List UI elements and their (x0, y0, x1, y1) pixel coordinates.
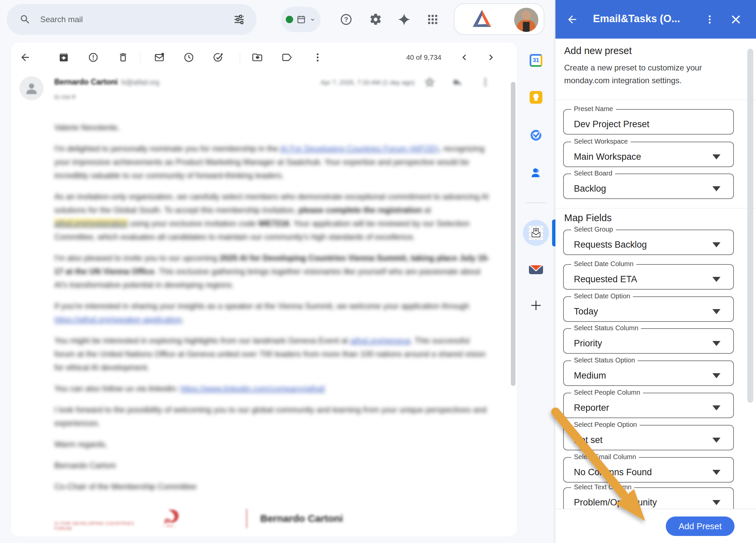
text-segment: please complete the registration (299, 205, 422, 214)
email-body: Valerie Nevolente,I'm delighted to perso… (54, 121, 490, 531)
field-label: Select Board (571, 169, 615, 177)
older-email-chevron[interactable] (483, 50, 498, 65)
delete-trash-icon[interactable] (116, 50, 130, 65)
mail-addon-icon[interactable] (529, 263, 543, 275)
dropdown-caret-icon (712, 373, 720, 378)
archive-icon[interactable] (56, 50, 71, 65)
highlighted-link[interactable]: aifod.org/registration (54, 219, 128, 228)
email-link[interactable]: https://aifod.org/speaker-application (54, 315, 182, 324)
addon-back-arrow-icon[interactable] (565, 13, 579, 26)
text-segment: using your exclusive invitation code (128, 219, 259, 228)
dropdown-caret-icon (712, 470, 720, 475)
email-view-card: 40 of 9,734 Bernardo Cartonihi@aifad.org… (11, 43, 517, 536)
email-paragraph: As an invitation-only organization, we c… (54, 190, 490, 244)
field-select-group[interactable]: Select GroupRequests Backlog (563, 230, 734, 255)
mark-unread-icon[interactable] (152, 50, 167, 65)
panel-footer: Add Preset (555, 509, 756, 543)
gemini-sparkle-icon[interactable] (394, 9, 414, 30)
google-keep-icon[interactable] (530, 91, 542, 104)
workspace-account-box[interactable] (454, 3, 544, 35)
recipient-line[interactable]: to me ▾ (54, 93, 75, 101)
profile-avatar[interactable] (514, 8, 538, 32)
email-paragraph: I'm also pleased to invite you to our up… (54, 251, 490, 292)
field-select-board[interactable]: Select BoardBacklog (563, 174, 734, 199)
message-more-icon[interactable] (478, 75, 493, 90)
field-label: Select Group (571, 226, 616, 233)
email-tasks-addon-icon[interactable] (529, 226, 543, 240)
email-date: Apr 7, 2025, 7:33 AM (1 day ago) (321, 79, 415, 86)
search-filters-icon[interactable] (233, 13, 245, 26)
panel-scrollbar-thumb[interactable] (747, 49, 753, 403)
field-value: Today (574, 306, 598, 317)
field-label: Preset Name (571, 105, 616, 113)
toolbar-divider (140, 52, 141, 63)
addon-header: Email&Tasks (O... (555, 0, 756, 39)
back-arrow-icon[interactable] (18, 50, 33, 65)
dropdown-caret-icon (712, 341, 720, 346)
email-link[interactable]: https://www.linkedin.com/company/aifod/ (180, 384, 325, 393)
help-button[interactable]: ? (336, 9, 356, 30)
move-to-folder-icon[interactable] (250, 50, 265, 65)
text-segment: If you're interested in sharing your ins… (54, 301, 469, 310)
apps-grid-icon[interactable] (423, 9, 443, 30)
search-input[interactable]: Search mail (7, 4, 257, 35)
field-select-date-column[interactable]: Select Date ColumnRequested ETA (563, 264, 734, 290)
text-segment: You can also follow us via linkedin: (54, 384, 180, 393)
sender-line: Bernardo Cartonihi@aifad.org (54, 78, 159, 87)
svg-text:— aifod —: — aifod — (162, 524, 177, 528)
field-value: Priority (574, 338, 602, 349)
email-link[interactable]: AI For Developing Countries Forum (AIFOD… (280, 144, 439, 153)
field-select-people-column[interactable]: Select People ColumnReporter (563, 393, 734, 418)
more-options-icon[interactable] (310, 50, 325, 65)
email-paragraph: Co-Chair of the Membership Committee (54, 480, 490, 493)
dropdown-caret-icon (712, 438, 720, 443)
addon-side-panel: Email&Tasks (O... Add new preset Create … (555, 0, 756, 543)
reply-icon[interactable] (450, 75, 465, 90)
field-select-workspace[interactable]: Select WorkspaceMain Workspace (563, 142, 734, 167)
dropdown-caret-icon (712, 309, 720, 314)
dropdown-caret-icon (712, 242, 720, 247)
field-select-people-option[interactable]: Select People OptionNot set (563, 425, 734, 450)
google-contacts-icon[interactable] (530, 166, 542, 179)
email-paragraph: I'm delighted to personally nominate you… (54, 142, 490, 182)
addon-close-icon[interactable] (729, 13, 743, 26)
text-segment: Bernardo Cartoni (54, 461, 116, 470)
status-selector[interactable] (281, 7, 321, 32)
text-segment: Co-Chair of the Membership Committee (54, 482, 197, 491)
addon-title: Email&Tasks (O... (593, 13, 680, 25)
field-value: Dev Project Preset (574, 119, 649, 130)
field-value: Main Workspace (574, 152, 641, 162)
text-segment: Valerie Nevolente, (54, 123, 119, 132)
report-spam-icon[interactable] (86, 50, 101, 65)
email-paragraph: You might be interested in exploring hig… (54, 334, 490, 374)
add-to-tasks-icon[interactable] (211, 50, 226, 65)
add-preset-button[interactable]: Add Preset (666, 516, 735, 536)
email-link[interactable]: aifod.org/geneva (350, 336, 410, 345)
addon-more-icon[interactable] (703, 13, 716, 26)
field-value: No Columns Found (574, 467, 652, 478)
toolbar-divider (240, 52, 240, 63)
google-calendar-icon[interactable]: 31 (530, 54, 542, 67)
dropdown-caret-icon (712, 405, 720, 410)
snooze-clock-icon[interactable] (181, 50, 196, 65)
field-label: Select Email Column (571, 453, 639, 461)
field-select-status-column[interactable]: Select Status ColumnPriority (563, 328, 734, 354)
dropdown-caret-icon (712, 186, 720, 191)
star-icon[interactable] (422, 75, 437, 90)
text-segment: I'm delighted to personally nominate you… (54, 144, 280, 153)
google-tasks-icon[interactable] (530, 129, 542, 142)
newer-email-chevron[interactable] (457, 50, 472, 65)
email-scrollbar-thumb[interactable] (511, 82, 516, 386)
get-addons-plus-icon[interactable] (530, 300, 542, 311)
signature-logo-icon: — aifod — (155, 507, 202, 528)
field-select-date-option[interactable]: Select Date OptionToday (563, 296, 734, 322)
settings-gear-icon[interactable] (366, 9, 386, 30)
gmail-top-bar: Search mail ? (0, 0, 555, 39)
text-segment: . (182, 315, 184, 324)
field-select-status-option[interactable]: Select Status OptionMedium (563, 360, 734, 386)
field-preset-name[interactable]: Preset NameDev Project Preset (563, 109, 734, 135)
field-select-email-column[interactable]: Select Email ColumnNo Columns Found (563, 457, 734, 483)
label-tag-icon[interactable] (279, 50, 294, 65)
panel-section-title: Add new preset (564, 45, 632, 56)
field-label: Select Text Column (571, 483, 634, 491)
